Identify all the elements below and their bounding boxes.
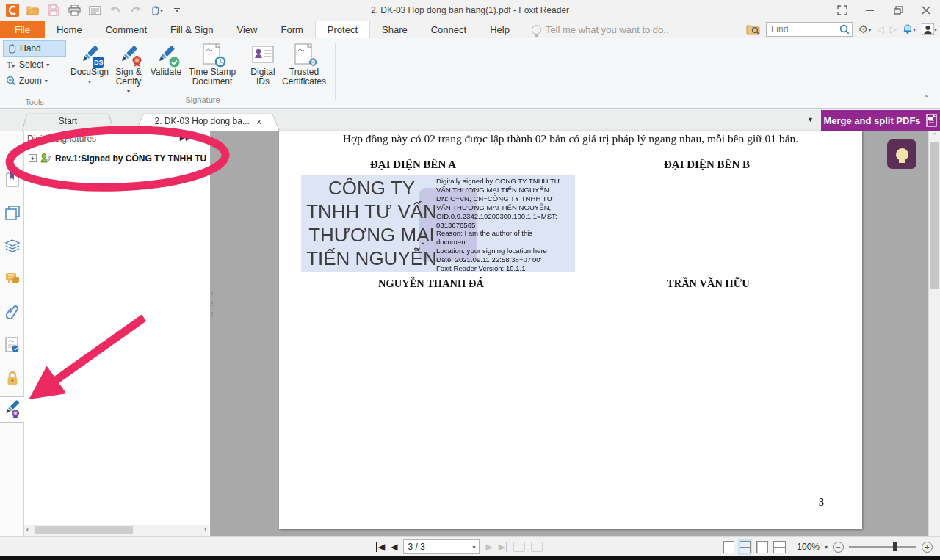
tab-connect[interactable]: Connect	[419, 21, 478, 38]
nav-back-button[interactable]: ◁	[878, 24, 884, 34]
user-avatar-button[interactable]: ▾	[922, 23, 937, 35]
pages-panel-button[interactable]	[0, 200, 24, 226]
digital-ids-button[interactable]: Digital IDs	[248, 41, 278, 87]
scroll-left-icon[interactable]: ‹	[26, 526, 29, 534]
quick-access-toolbar: ▾ ▾	[0, 3, 185, 18]
save-button[interactable]	[46, 3, 62, 18]
signed-document-panel-button[interactable]	[0, 332, 24, 358]
tab-form[interactable]: Form	[269, 21, 314, 38]
hand-tool-button[interactable]: Hand	[3, 40, 66, 57]
close-button[interactable]	[912, 0, 940, 21]
zoom-tool-button[interactable]: Zoom▾	[3, 73, 66, 89]
attachments-panel-button[interactable]	[0, 299, 24, 325]
facing-view-button[interactable]	[756, 541, 768, 553]
zoom-label: Zoom	[19, 76, 42, 86]
redo-button[interactable]	[128, 3, 144, 18]
merge-split-label: Merge and split PDFs	[823, 115, 920, 126]
previous-page-button[interactable]: ◀	[391, 542, 397, 552]
restore-button[interactable]	[884, 0, 912, 21]
timestamp-button[interactable]: Time Stamp Document	[187, 41, 238, 87]
tab-fill-sign[interactable]: Fill & Sign	[159, 21, 225, 38]
fullscreen-button[interactable]	[828, 0, 856, 21]
main-area: Digital Signatures ▶▶ ◀ + Rev.1:Signed b…	[0, 131, 940, 536]
scrollbar-thumb[interactable]	[930, 142, 939, 289]
panel-splitter-handle[interactable]	[210, 292, 214, 320]
zoom-out-button[interactable]: −	[833, 542, 844, 553]
tab-protect[interactable]: Protect	[315, 21, 370, 38]
panel-collapse-icon[interactable]: ◀	[198, 134, 204, 142]
zoom-slider-handle[interactable]	[893, 542, 897, 551]
print-button[interactable]	[66, 3, 82, 18]
settings-gear-button[interactable]: ⚙▾	[858, 23, 871, 36]
page-dropdown-icon[interactable]: ▾	[472, 544, 475, 550]
digital-signature-stamp[interactable]: CÔNG TY TNHH TƯ VẤN THƯƠNG MẠI TIẾN NGUY…	[301, 175, 575, 272]
tab-document[interactable]: 2. DK-03 Hop dong ba... x	[136, 112, 280, 131]
page-number-box[interactable]: 3 / 3 ▾	[403, 539, 480, 554]
continuous-facing-view-button[interactable]	[773, 541, 786, 553]
hand-tool-dropdown-button[interactable]: ▾	[148, 3, 164, 18]
signature-company-name: CÔNG TY TNHH TƯ VẤN THƯƠNG MẠI TIẾN NGUY…	[303, 176, 441, 270]
tab-share[interactable]: Share	[370, 21, 419, 38]
document-vertical-scrollbar[interactable]: ⌃	[928, 131, 940, 536]
scrollbar-thumb[interactable]	[35, 526, 133, 534]
trusted-certificates-button[interactable]: ⚙ Trusted Certificates	[281, 41, 328, 87]
nav-forward-button[interactable]: ▷	[890, 24, 897, 34]
zoom-in-button[interactable]: +	[922, 542, 933, 553]
single-page-view-button[interactable]	[723, 541, 734, 553]
search-folder-icon[interactable]	[746, 23, 760, 35]
continuous-view-button[interactable]	[740, 541, 751, 553]
first-page-button[interactable]: ◀	[376, 542, 385, 552]
open-file-button[interactable]	[25, 3, 41, 18]
minimize-button[interactable]	[856, 0, 884, 21]
collapse-ribbon-button[interactable]: ⌃	[923, 94, 930, 103]
email-button[interactable]	[87, 3, 103, 18]
lock-icon	[6, 371, 19, 385]
digital-signatures-panel-button[interactable]	[0, 396, 25, 423]
undo-button[interactable]	[107, 3, 123, 18]
comments-panel-button[interactable]	[0, 266, 24, 292]
panel-horizontal-scrollbar[interactable]: ‹ ›	[24, 525, 209, 536]
zoom-dropdown-icon[interactable]: ▾	[825, 544, 828, 550]
tab-comment[interactable]: Comment	[94, 21, 159, 38]
trusted-certificates-label: Trusted Certificates	[281, 68, 328, 87]
tab-home[interactable]: Home	[45, 21, 94, 38]
scroll-up-icon[interactable]: ⌃	[929, 132, 940, 139]
next-page-button[interactable]: ▶	[485, 542, 492, 552]
bookmarks-panel-button[interactable]	[0, 166, 24, 192]
timestamp-icon	[200, 41, 225, 68]
previous-view-button[interactable]	[513, 542, 525, 552]
select-tool-button[interactable]: T Select▾	[3, 57, 66, 73]
next-view-button[interactable]	[531, 542, 543, 552]
merge-split-pdfs-button[interactable]: Merge and split PDFs	[821, 110, 940, 131]
search-icon[interactable]	[839, 24, 850, 34]
tell-me-search[interactable]: Tell me what you want to do..	[521, 21, 669, 38]
trusted-certificates-icon: ⚙	[292, 41, 317, 68]
close-tab-icon[interactable]: x	[257, 117, 261, 126]
tab-start[interactable]: Start	[22, 112, 114, 131]
layers-panel-button[interactable]	[0, 233, 24, 259]
notification-bell-button[interactable]: ▾	[903, 24, 916, 34]
customize-toolbar-button[interactable]: ▾	[169, 3, 185, 18]
tell-me-label: Tell me what you want to do..	[546, 24, 669, 35]
panel-dock-icon[interactable]: ▶▶	[180, 134, 192, 142]
tab-help[interactable]: Help	[478, 21, 521, 38]
zoom-slider[interactable]	[849, 546, 916, 548]
svg-text:T: T	[7, 60, 12, 69]
digital-signatures-panel: Digital Signatures ▶▶ ◀ + Rev.1:Signed b…	[24, 131, 209, 536]
scroll-right-icon[interactable]: ›	[204, 526, 206, 534]
select-label: Select	[19, 59, 43, 70]
foxit-reader-window: ▾ ▾ 2. DK-03 Hop dong ban hang(1).pdf - …	[0, 0, 940, 560]
tab-file[interactable]: File	[0, 21, 45, 38]
security-panel-button[interactable]	[0, 365, 24, 391]
validate-button[interactable]: Validate	[149, 41, 183, 77]
last-page-button[interactable]: ▶	[499, 542, 507, 552]
expand-node-icon[interactable]: +	[29, 154, 37, 162]
assistant-lightbulb-button[interactable]	[887, 139, 916, 169]
docusign-button[interactable]: DS DocuSign ▾	[70, 41, 109, 87]
sign-certify-button[interactable]: Sign & Certify ▾	[110, 41, 147, 96]
pdf-page: Hợp đồng này có 02 trang được lập thành …	[279, 131, 862, 529]
signature-tree-item[interactable]: + Rev.1:Signed by CÔNG TY TNHH TU	[29, 153, 206, 164]
validate-label: Validate	[151, 68, 181, 77]
tab-view[interactable]: View	[225, 21, 270, 38]
tab-list-dropdown[interactable]: ▼	[807, 116, 814, 123]
